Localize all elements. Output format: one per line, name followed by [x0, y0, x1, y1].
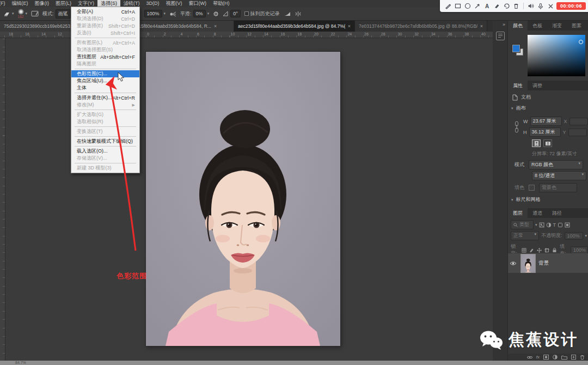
fill-swatch[interactable]	[529, 185, 535, 191]
layer-thumbnail[interactable]	[521, 254, 535, 272]
delete-layer-icon[interactable]	[580, 355, 585, 360]
lock-transparent-icon[interactable]	[522, 248, 526, 253]
color-mode-dropdown[interactable]: RGB 颜色▾	[529, 160, 583, 169]
orientation-landscape-button[interactable]	[543, 139, 552, 147]
properties-tab-0[interactable]: 属性	[508, 81, 528, 90]
ellipse-icon[interactable]	[464, 2, 471, 10]
opacity-field[interactable]: 100%	[565, 232, 583, 240]
link-dimensions-icon[interactable]	[514, 121, 519, 133]
history-panel-icon[interactable]	[496, 32, 505, 40]
menubar-item-2[interactable]: 图像(I)	[32, 0, 53, 7]
color-tab-2[interactable]: 渐变	[547, 21, 567, 31]
zoom-level[interactable]: 84.7%	[15, 361, 26, 364]
smoothing-gear-icon[interactable]	[213, 11, 219, 17]
tab-close-icon[interactable]: ×	[214, 23, 217, 29]
layers-tab-2[interactable]: 路径	[547, 208, 567, 218]
erase-to-history-checkbox[interactable]: 抹到历史记录	[244, 10, 280, 17]
marker-icon[interactable]	[493, 2, 501, 10]
document-image-portrait[interactable]	[146, 52, 340, 346]
menubar-item-10[interactable]: 帮助(H)	[210, 0, 233, 7]
new-group-icon[interactable]	[561, 355, 567, 360]
filter-adjustment-icon[interactable]	[546, 222, 552, 228]
menubar-item-9[interactable]: 窗口(W)	[186, 0, 210, 7]
document-tab-2[interactable]: aec23d15f80e44aabd359b3de64b584.jpg @ 84…	[234, 21, 355, 32]
filter-type-icon[interactable]: T	[553, 222, 556, 228]
rectangle-icon[interactable]	[454, 2, 462, 10]
flow-control[interactable]: 100%▾	[144, 10, 166, 17]
menu-item-主体[interactable]: 主体	[71, 84, 139, 92]
layers-tab-1[interactable]: 通道	[528, 208, 547, 218]
mode-control[interactable]: 模式: 画笔	[42, 9, 71, 19]
tab-close-icon[interactable]: ×	[480, 23, 483, 29]
filter-shape-icon[interactable]	[558, 222, 563, 228]
toggle-brush-panel-icon[interactable]	[31, 10, 39, 17]
layers-tab-0[interactable]: 图层	[508, 208, 528, 218]
color-tab-0[interactable]: 颜色	[508, 21, 528, 31]
brush-preset-picker[interactable]: 162 ▾	[18, 9, 28, 19]
document-tab-3[interactable]: 7e031374476b9872be6c7afdb6b8b05.jpg @ 88…	[355, 21, 487, 32]
link-layers-icon[interactable]	[527, 355, 532, 360]
fill-dropdown[interactable]: 背景色	[539, 183, 577, 192]
menu-item-在快速蒙板模式下编辑-Q-[interactable]: 在快速蒙板模式下编辑(Q)	[71, 138, 139, 145]
airbrush-icon[interactable]	[169, 11, 176, 17]
color-tab-3[interactable]: 图案	[567, 21, 586, 31]
y-field[interactable]	[568, 129, 587, 136]
menubar-item-1[interactable]: 编辑(E)	[9, 0, 32, 7]
layer-mask-icon[interactable]	[543, 355, 549, 360]
color-picker-gradient[interactable]	[528, 35, 585, 76]
blend-mode-dropdown[interactable]: 正常▾	[511, 231, 539, 240]
undo-icon[interactable]	[503, 2, 511, 10]
speaker-icon[interactable]	[527, 2, 535, 10]
menu-item-载入选区-O-[interactable]: 载入选区(O)...	[71, 148, 139, 155]
menu-item-焦点区域-U-[interactable]: 焦点区域(U)...	[71, 77, 139, 84]
orientation-portrait-button[interactable]	[532, 139, 541, 147]
symmetry-icon[interactable]	[295, 11, 302, 17]
text-icon[interactable]: A	[483, 2, 491, 10]
adjustment-layer-icon[interactable]	[553, 355, 558, 360]
new-layer-icon[interactable]	[571, 355, 576, 360]
smoothing-control[interactable]: 平滑: 0%▾	[180, 10, 209, 17]
pressure-opacity-icon[interactable]	[284, 11, 291, 17]
collapse-panels-icon[interactable]: »	[493, 21, 507, 28]
layer-name[interactable]: 背景	[538, 260, 549, 267]
vertical-ruler[interactable]	[0, 38, 5, 361]
width-field[interactable]: 23.67 厘米	[530, 117, 562, 126]
height-field[interactable]: 36.12 厘米	[529, 127, 561, 137]
lock-pixels-icon[interactable]	[529, 248, 534, 253]
eraser-tool-preset[interactable]: ▾	[3, 11, 14, 17]
rulers-grids-section-header[interactable]: ▾标尺和网格	[511, 196, 541, 203]
brush-angle-control[interactable]: 0°	[223, 10, 241, 17]
lock-position-icon[interactable]	[537, 248, 542, 253]
x-field[interactable]	[569, 118, 588, 125]
layer-effects-icon[interactable]: fx	[536, 355, 540, 360]
foreground-color-swatch[interactable]	[512, 45, 520, 52]
bit-depth-dropdown[interactable]: 8 位/通道▾	[532, 171, 586, 180]
microphone-icon[interactable]	[537, 2, 544, 10]
menubar-item-7[interactable]: 3D(D)	[143, 0, 163, 7]
layer-fill-field[interactable]: 100%	[571, 246, 588, 254]
tab-close-icon[interactable]: ×	[348, 23, 351, 29]
layer-filter-search[interactable]: 类型	[511, 220, 534, 229]
arrow-icon[interactable]	[474, 2, 481, 10]
collapsed-panel-strip: »	[493, 21, 508, 361]
menubar-item-8[interactable]: 视图(V)	[163, 0, 186, 7]
menu-item-查找图层[interactable]: 查找图层Alt+Shift+Ctrl+F	[71, 53, 139, 60]
close-icon[interactable]	[547, 2, 554, 10]
lock-all-icon[interactable]	[552, 247, 557, 253]
pencil-icon[interactable]	[444, 2, 452, 10]
color-swatches[interactable]	[512, 45, 524, 57]
lock-artboard-icon[interactable]	[544, 248, 549, 253]
color-picker-cursor[interactable]	[579, 40, 583, 44]
menu-item-全部-A-[interactable]: 全部(A)Ctrl+A	[71, 8, 139, 15]
layer-row-background[interactable]: 背景	[508, 253, 588, 273]
properties-tab-1[interactable]: 调整	[528, 81, 547, 90]
filter-smart-object-icon[interactable]	[565, 222, 570, 228]
color-tab-1[interactable]: 色板	[528, 21, 547, 31]
menubar-item-0[interactable]: 文件(F)	[0, 0, 9, 7]
menu-item-选择并遮住-K-[interactable]: 选择并遮住(K)...Alt+Ctrl+R	[71, 94, 139, 101]
filter-pixel-icon[interactable]	[539, 222, 544, 228]
canvas-section-header[interactable]: ▾画布	[511, 105, 526, 112]
menu-item-色彩范围-C-[interactable]: 色彩范围(C)...	[71, 70, 139, 77]
layer-visibility-eye-icon[interactable]	[508, 261, 518, 266]
trash-icon[interactable]	[512, 2, 520, 10]
